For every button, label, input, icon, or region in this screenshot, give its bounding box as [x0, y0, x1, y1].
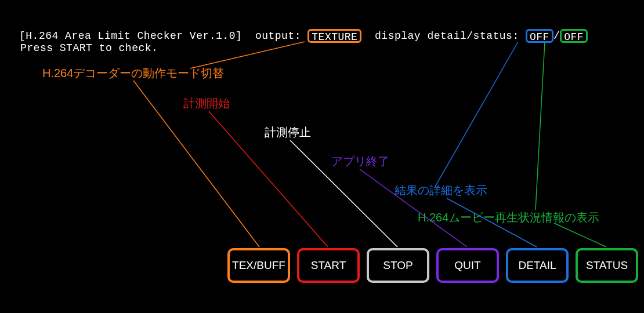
- button-row: TEX/BUFF START STOP QUIT DETAIL STATUS: [227, 248, 638, 283]
- detail-status-label: display detail/status:: [375, 30, 519, 42]
- quit-button[interactable]: QUIT: [436, 248, 499, 283]
- app-stage: [H.264 Area Limit Checker Ver.1.0] outpu…: [0, 0, 644, 313]
- svg-line-5: [435, 42, 518, 187]
- svg-line-8: [554, 223, 606, 247]
- spacer: [242, 30, 255, 42]
- svg-line-4: [360, 169, 467, 247]
- status-value-chip: OFF: [560, 29, 588, 43]
- header-line: [H.264 Area Limit Checker Ver.1.0] outpu…: [19, 29, 588, 43]
- detail-value-chip: OFF: [526, 29, 553, 43]
- instruction-line: Press START to check.: [20, 42, 158, 54]
- output-value-chip: TEXTURE: [307, 29, 361, 43]
- annotation-stop: 計測停止: [265, 125, 311, 140]
- svg-line-0: [190, 42, 305, 68]
- app-title: [H.264 Area Limit Checker Ver.1.0]: [19, 30, 242, 42]
- annotation-mode-switch: H.264デコーダーの動作モード切替: [42, 65, 224, 81]
- annotation-status: H.264ムービー再生状況情報の表示: [418, 210, 599, 225]
- slash-sep: /: [553, 30, 560, 42]
- tex-buff-button[interactable]: TEX/BUFF: [227, 248, 290, 283]
- stop-button[interactable]: STOP: [367, 248, 429, 283]
- annotation-quit: アプリ終了: [331, 154, 389, 169]
- annotation-start: 計測開始: [183, 96, 230, 111]
- annotation-detail: 結果の詳細を表示: [395, 183, 487, 198]
- status-button[interactable]: STATUS: [576, 248, 638, 283]
- svg-line-7: [536, 42, 545, 210]
- detail-button[interactable]: DETAIL: [506, 248, 569, 283]
- output-label: output:: [255, 30, 301, 42]
- start-button[interactable]: START: [297, 248, 360, 283]
